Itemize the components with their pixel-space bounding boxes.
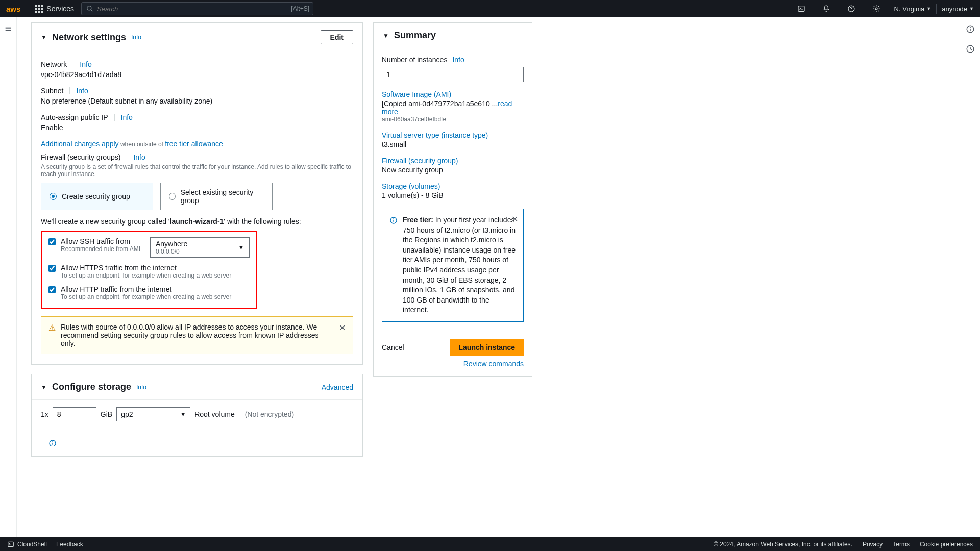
configure-storage-panel: ▼ Configure storage Info Advanced 1x GiB…	[31, 374, 363, 457]
ami-id: ami-060aa37cef0efbdfe	[382, 116, 524, 123]
info-link[interactable]: Info	[76, 87, 88, 95]
open-cidr-warning: ⚠ Rules with source of 0.0.0.0/0 allow a…	[41, 316, 353, 354]
storage-heading[interactable]: Storage (volumes)	[382, 182, 524, 190]
collapse-icon[interactable]: ▼	[41, 384, 47, 391]
warning-text: Rules with source of 0.0.0.0/0 allow all…	[61, 323, 334, 347]
info-link[interactable]: Info	[121, 113, 133, 121]
svg-point-16	[970, 28, 970, 28]
encrypted-label: (Not encrypted)	[245, 410, 294, 418]
region-selector[interactable]: N. Virginia ▼	[894, 5, 932, 13]
privacy-link[interactable]: Privacy	[863, 541, 883, 548]
ssh-source-cidr: 0.0.0.0/0	[156, 248, 244, 255]
network-settings-panel: ▼ Network settings Info Edit Network Inf…	[31, 22, 363, 365]
info-link[interactable]: Info	[131, 34, 141, 41]
collapse-icon[interactable]: ▼	[383, 32, 389, 39]
settings-icon[interactable]	[869, 2, 884, 16]
search-shortcut: [Alt+S]	[291, 5, 309, 12]
grid-icon	[35, 5, 43, 13]
radio-select-sg[interactable]: Select existing security group	[160, 183, 273, 210]
allow-http-checkbox[interactable]	[48, 286, 56, 293]
collapse-icon[interactable]: ▼	[41, 34, 47, 41]
account-menu[interactable]: anynode ▼	[942, 5, 974, 13]
panel-title: Summary	[394, 30, 436, 41]
allow-https-checkbox[interactable]	[48, 265, 56, 272]
instance-type-heading[interactable]: Virtual server type (instance type)	[382, 131, 524, 139]
firewall-desc: A security group is a set of firewall ru…	[41, 163, 353, 178]
launch-instance-button[interactable]: Launch instance	[450, 339, 524, 356]
freetier-text: In your first year includes 750 hours of…	[403, 216, 516, 314]
svg-rect-2	[798, 6, 804, 12]
advanced-link[interactable]: Advanced	[322, 383, 353, 391]
radio-select-label: Select existing security group	[181, 188, 264, 205]
info-link[interactable]: Info	[136, 384, 146, 391]
storage-freetier-info	[41, 433, 353, 446]
summary-panel: ▼ Summary Number of instances Info Softw…	[373, 22, 532, 377]
cloudshell-icon[interactable]	[794, 2, 808, 16]
panel-title: Configure storage	[52, 382, 131, 392]
ssh-source-select[interactable]: Anywhere 0.0.0.0/0 ▼	[150, 237, 250, 258]
search-input[interactable]	[81, 2, 313, 15]
caret-down-icon: ▼	[180, 411, 186, 417]
info-link[interactable]: Info	[80, 60, 91, 68]
allow-ssh-sub: Recommended rule from AMI	[61, 245, 140, 253]
allow-ssh-title: Allow SSH traffic from	[61, 237, 140, 245]
cloudshell-label: CloudShell	[17, 541, 47, 548]
additional-charges-link[interactable]: Additional charges apply	[41, 140, 119, 148]
feedback-link[interactable]: Feedback	[56, 541, 83, 548]
svg-rect-18	[8, 542, 14, 546]
edit-button[interactable]: Edit	[321, 30, 353, 44]
nav-divider	[814, 4, 814, 14]
allow-ssh-checkbox[interactable]	[48, 238, 56, 245]
info-rail-icon[interactable]	[966, 24, 975, 35]
subnet-value: No preference (Default subnet in any ava…	[41, 97, 353, 105]
history-rail-icon[interactable]	[966, 44, 975, 55]
review-commands-link[interactable]: Review commands	[463, 360, 524, 368]
panel-title: Network settings	[52, 32, 126, 43]
cancel-button[interactable]: Cancel	[382, 343, 404, 352]
nav-divider	[28, 4, 28, 14]
radio-icon	[169, 193, 176, 200]
terms-link[interactable]: Terms	[893, 541, 910, 548]
num-instances-input[interactable]	[382, 67, 524, 82]
allow-http-sub: To set up an endpoint, for example when …	[61, 293, 231, 300]
ami-heading[interactable]: Software Image (AMI)	[382, 90, 524, 98]
num-instances-label: Number of instances	[382, 56, 447, 64]
help-icon[interactable]	[844, 2, 859, 16]
root-volume-label: Root volume	[194, 410, 235, 418]
services-menu[interactable]: Services	[35, 5, 74, 13]
svg-point-0	[87, 6, 91, 10]
left-rail	[0, 17, 17, 537]
svg-point-4	[875, 8, 877, 10]
network-label: Network	[41, 60, 67, 68]
ssh-source-value: Anywhere	[156, 240, 244, 248]
volume-type-value: gp2	[121, 410, 133, 418]
firewall-label: Firewall (security groups)	[41, 153, 120, 161]
info-link[interactable]: Info	[452, 56, 464, 64]
info-link[interactable]: Info	[133, 153, 145, 161]
nav-divider	[936, 4, 937, 14]
cloudshell-link[interactable]: CloudShell	[7, 541, 47, 548]
svg-line-1	[91, 10, 93, 12]
cookie-preferences-link[interactable]: Cookie preferences	[920, 541, 973, 548]
storage-value: 1 volume(s) - 8 GiB	[382, 191, 524, 199]
close-icon[interactable]: ✕	[339, 323, 346, 347]
search-icon	[86, 5, 93, 12]
nav-divider	[864, 4, 864, 14]
rules-highlight-box: Allow SSH traffic from Recommended rule …	[41, 231, 257, 309]
close-icon[interactable]: ✕	[511, 214, 518, 224]
radio-create-sg[interactable]: Create security group	[41, 183, 153, 210]
aws-logo[interactable]: aws	[6, 5, 20, 13]
freetier-bold: Free tier:	[403, 216, 433, 224]
network-value: vpc-04b829ac4d1d7ada8	[41, 70, 353, 79]
storage-unit: GiB	[101, 410, 112, 418]
svg-point-10	[53, 442, 53, 442]
freetier-info-box: Free tier: In your first year includes 7…	[382, 209, 524, 322]
storage-size-input[interactable]	[53, 407, 96, 421]
svg-point-13	[394, 219, 394, 219]
freetier-link[interactable]: free tier allowance	[165, 140, 223, 148]
volume-type-select[interactable]: gp2 ▼	[116, 407, 190, 421]
firewall-heading[interactable]: Firewall (security group)	[382, 157, 524, 165]
allow-https-sub: To set up an endpoint, for example when …	[61, 272, 231, 279]
notifications-icon[interactable]	[819, 2, 834, 16]
menu-icon[interactable]	[4, 24, 12, 537]
